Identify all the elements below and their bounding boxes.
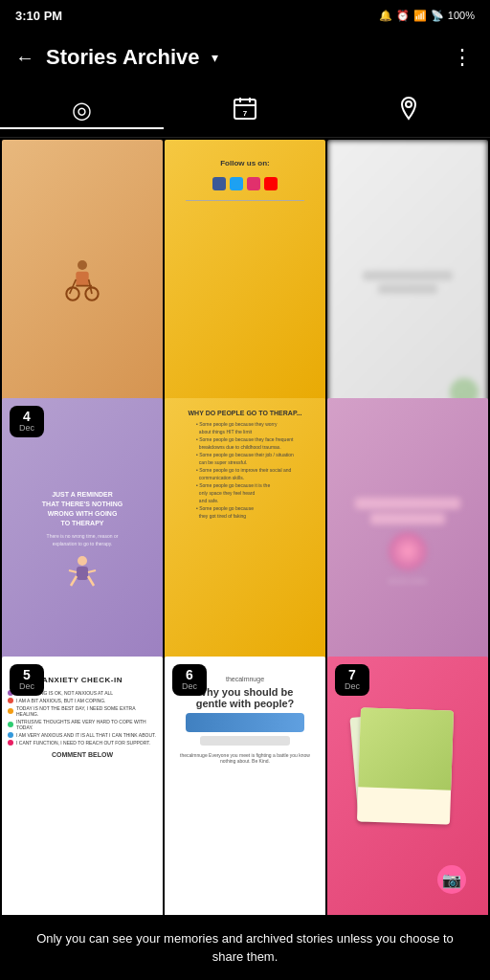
story-item[interactable]: 5 Dec ANXIETY CHECK-IN EVERYTHING IS OK,… xyxy=(2,657,163,915)
story-item[interactable]: 7 Dec 📷 xyxy=(327,657,488,915)
stories-grid: @thecalm.nuge Follow us on: @thecalm.nug… xyxy=(0,138,490,915)
date-month: Dec xyxy=(17,423,36,434)
date-number: 7 xyxy=(343,668,362,681)
story-item[interactable] xyxy=(327,140,488,426)
anxiety-list: EVERYTHING IS OK, NOT ANXIOUS AT ALL I A… xyxy=(8,690,157,747)
header: ← Stories Archive ▾ ⋮ xyxy=(0,31,490,84)
date-badge: 6 Dec xyxy=(172,664,207,696)
status-icons: 🔔 ⏰ 📶 📡 100% xyxy=(379,10,475,22)
header-left: ← Stories Archive ▾ xyxy=(15,45,218,70)
tab-location[interactable] xyxy=(326,91,490,131)
svg-point-6 xyxy=(78,260,87,270)
story-item[interactable]: 4 Dec JUST A REMINDERTHAT THERE'S NOTHIN… xyxy=(2,398,163,684)
filter-tabs: ◎ 7 xyxy=(0,84,490,138)
back-button[interactable]: ← xyxy=(15,47,34,69)
date-month: Dec xyxy=(180,681,199,692)
date-number: 5 xyxy=(17,668,36,681)
dropdown-arrow[interactable]: ▾ xyxy=(212,50,218,65)
date-badge: 7 Dec xyxy=(335,664,369,696)
battery-icon: 100% xyxy=(448,10,475,21)
date-month: Dec xyxy=(343,681,362,692)
mute-icon: 🔔 xyxy=(379,10,392,22)
signal-icon: 📶 xyxy=(413,10,427,22)
svg-point-10 xyxy=(78,556,87,566)
tab-calendar[interactable]: 7 xyxy=(164,91,327,131)
story-item[interactable]: @thecalm.nuge xyxy=(2,140,163,426)
svg-line-12 xyxy=(71,576,77,586)
svg-point-8 xyxy=(66,288,78,301)
svg-rect-11 xyxy=(77,567,88,580)
date-number: 4 xyxy=(17,410,36,423)
all-icon: ◎ xyxy=(72,97,92,123)
svg-rect-7 xyxy=(76,272,88,286)
alarm-icon: ⏰ xyxy=(396,10,410,22)
wifi-icon: 📡 xyxy=(431,10,444,22)
svg-line-13 xyxy=(88,576,94,586)
date-number: 6 xyxy=(180,668,199,681)
more-button[interactable]: ⋮ xyxy=(452,45,475,70)
date-badge: 5 Dec xyxy=(10,664,44,696)
svg-text:7: 7 xyxy=(243,109,248,118)
status-bar: 3:10 PM 🔔 ⏰ 📶 📡 100% xyxy=(0,0,490,31)
svg-line-14 xyxy=(69,570,77,572)
story-item[interactable]: 6 Dec thecalmnuge Why you should begentl… xyxy=(165,657,325,915)
page-title: Stories Archive xyxy=(46,45,200,70)
date-badge: 4 Dec xyxy=(10,406,44,437)
story-item[interactable]: WHY DO PEOPLE GO TO THERAP... • Some peo… xyxy=(165,398,325,684)
status-time: 3:10 PM xyxy=(15,9,62,23)
svg-line-15 xyxy=(88,570,96,572)
disclaimer: Only you can see your memories and archi… xyxy=(0,915,490,980)
svg-point-5 xyxy=(406,101,412,107)
story-item[interactable]: Follow us on: @thecalm.nuge xyxy=(165,140,325,426)
social-icons-row xyxy=(212,177,278,190)
location-icon xyxy=(395,95,422,127)
story-item[interactable]: blurred content xyxy=(327,398,488,684)
date-month: Dec xyxy=(17,681,36,692)
tab-all[interactable]: ◎ xyxy=(0,93,164,129)
calendar-icon: 7 xyxy=(232,95,258,127)
